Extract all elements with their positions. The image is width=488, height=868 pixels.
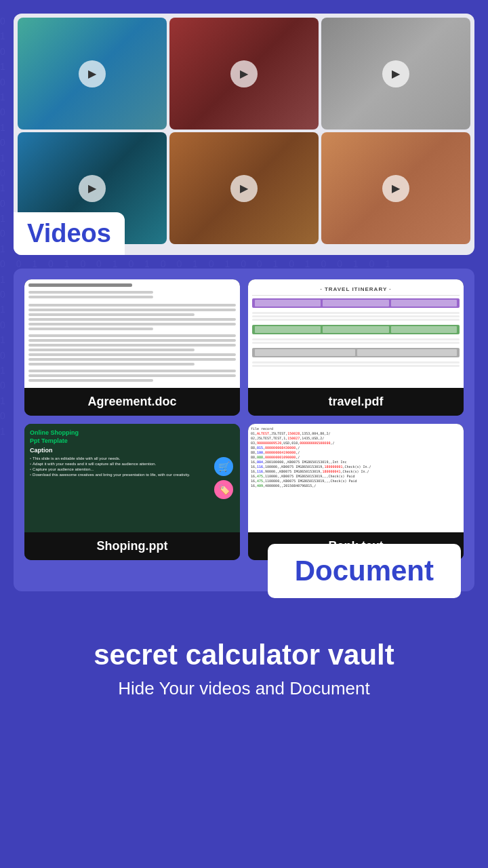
videos-section: ▶ ▶ ▶ ▶ ▶ ▶ Videos [14,14,474,255]
agreement-label: Agreement.doc [24,388,240,416]
doc-line [28,353,236,356]
doc-spacer [28,304,236,330]
shopping-content: Online Shopping Ppt Template Caption • T… [30,429,190,527]
video-thumb-3[interactable]: ▶ [321,18,470,130]
travel-cell [255,326,321,333]
doc-line [28,313,195,316]
doc-line [28,363,195,366]
main-title: secret calculator vault [14,639,474,671]
play-button-4[interactable]: ▶ [79,175,106,202]
travel-cell [255,349,355,356]
bank-line: 16,409,4000000,,20150840796815,/ [251,484,461,488]
travel-cell [391,326,457,333]
travel-line [252,312,460,314]
shopping-item-3: • Capture your audience attention... [30,467,190,471]
travel-line [252,319,460,321]
travel-line [252,315,460,317]
doc-line [28,291,153,294]
bank-line: 02,J5LTEST,TEST,1,150027,1435,USD,2/ [251,436,461,440]
shopping-item-2: • Adapt it with your needs and it will c… [30,462,190,466]
travel-line [252,361,460,363]
doc-line [28,323,236,326]
travel-doc-card[interactable]: · TRAVEL ITINERARY · [248,279,464,416]
shopping-label: Shoping.ppt [24,532,240,560]
travel-preview: · TRAVEL ITINERARY · [248,279,464,388]
doc-line [28,318,236,321]
doc-line [28,334,236,337]
bank-line: 16,116,100000,,KB0075 IMG8650153019,1800… [251,465,461,469]
doc-line [28,296,153,298]
video-thumb-2[interactable]: ▶ [169,18,319,130]
play-button-1[interactable]: ▶ [79,60,106,87]
doc-line [28,309,236,311]
shopping-item-4: • Download this awesome creatives and br… [30,473,190,477]
shopping-item-text: Download this awesome creatives and brin… [33,473,190,477]
doc-section [28,334,236,366]
shopping-icons: 🛒 🏷️ [214,457,233,499]
doc-line [28,349,195,351]
shopping-preview: Online Shopping Ppt Template Caption • T… [24,424,240,532]
bank-line: 03,900000009520,USD,010,000000006500000,… [251,441,461,445]
doc-line [28,283,132,287]
travel-line [252,338,460,340]
travel-line [252,365,460,367]
sub-title: Hide Your videos and Document [14,678,474,699]
bank-line: 88,100,000000004190000,/ [251,450,461,454]
play-button-2[interactable]: ▶ [230,60,258,87]
videos-text: Videos [27,219,111,248]
bank-line: 88,015,000000008430000,/ [251,446,461,450]
bullet-icon: • [30,473,31,477]
agreement-lines [28,283,236,384]
shopping-item-1: • This slide is an editable slide with a… [30,456,190,460]
travel-cell [391,300,457,307]
travel-label: travel.pdf [248,388,464,416]
bottom-section: secret calculator vault Hide Your videos… [0,625,488,713]
doc-line [28,370,236,372]
travel-cell [323,326,388,333]
travel-cell [323,300,388,307]
travel-hotel-row [252,348,460,357]
document-grid: Agreement.doc · TRAVEL ITINERARY · [24,279,464,560]
doc-line [28,344,236,347]
shopping-doc-card[interactable]: Online Shopping Ppt Template Caption • T… [24,424,240,560]
video-thumb-6[interactable]: ▶ [321,132,470,244]
bank-line: 88,088,000000001090000,/ [251,455,461,459]
cart-icon: 🛒 [214,457,233,476]
bank-line: 01,ALTEST,J5LTEST,150028,1353,004,80,2/ [251,431,461,435]
travel-cell [255,300,321,307]
play-button-5[interactable]: ▶ [230,175,258,202]
doc-line [28,358,236,361]
play-button-6[interactable]: ▶ [382,175,409,202]
bullet-icon: • [30,456,31,460]
bullet-icon: • [30,462,31,466]
travel-header: · TRAVEL ITINERARY · [252,283,460,296]
shopping-item-text: Adapt it with your needs and it will cap… [33,462,156,466]
doc-line [28,339,236,342]
bank-doc-card[interactable]: file record 01,ALTEST,J5LTEST,150028,135… [248,424,464,560]
document-section: Agreement.doc · TRAVEL ITINERARY · [14,269,474,591]
bank-line: file record [251,427,461,431]
play-button-3[interactable]: ▶ [382,60,409,87]
tag-icon: 🏷️ [214,480,233,499]
doc-line [28,379,153,382]
bank-line: 16,475,110000,,KB0075 IMG8650153019,,,Ch… [251,474,461,478]
videos-label: Videos [14,212,125,255]
doc-line [28,374,236,377]
travel-line [252,342,460,344]
shopping-title: Online Shopping [30,429,190,436]
travel-flight-row [252,298,460,308]
shopping-caption: Caption [30,447,190,454]
travel-car-row [252,325,460,334]
shopping-item-text: This slide is an editable slide with all… [33,456,120,460]
agreement-doc-card[interactable]: Agreement.doc [24,279,240,416]
agreement-preview [24,279,240,388]
shopping-item-text: Capture your audience attention... [33,467,94,471]
travel-cell [357,349,458,356]
bank-content: file record 01,ALTEST,J5LTEST,150028,135… [251,427,461,488]
doc-line [28,304,236,307]
document-badge[interactable]: Document [268,544,461,598]
doc-section-2 [28,370,236,382]
video-thumb-1[interactable]: ▶ [18,18,167,130]
video-thumb-5[interactable]: ▶ [169,132,319,244]
doc-line [28,328,153,330]
